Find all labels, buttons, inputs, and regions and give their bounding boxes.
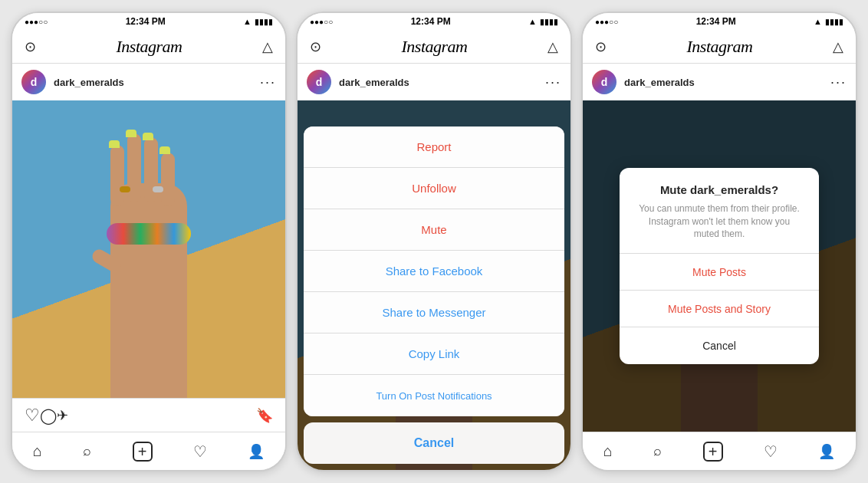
more-options-2[interactable]: ··· xyxy=(545,74,561,90)
heart-tab[interactable]: ♡ xyxy=(193,442,207,461)
nav-bar-1: ⊙ Instagram △ xyxy=(12,30,285,64)
dialog-title: Mute dark_emeralds? xyxy=(620,168,819,202)
post-header-1: d dark_emeralds ··· xyxy=(12,64,285,100)
status-icons: ▲ ▮▮▮▮ xyxy=(243,17,273,26)
sheet-notifications[interactable]: Turn On Post Notifications xyxy=(304,375,564,416)
post-area-3: Mute dark_emeralds? You can unmute them … xyxy=(583,100,856,432)
add-tab-3[interactable]: + xyxy=(703,442,723,462)
dialog-mute-posts[interactable]: Mute Posts xyxy=(620,254,819,291)
status-icons-3: ▲ ▮▮▮▮ xyxy=(814,17,843,26)
avatar-3[interactable]: d xyxy=(592,70,616,94)
mute-dialog-overlay: Mute dark_emeralds? You can unmute them … xyxy=(583,100,856,432)
sheet-report[interactable]: Report xyxy=(304,127,564,168)
search-tab-3[interactable]: ⌕ xyxy=(653,443,662,459)
status-signal-2: ●●●○○ xyxy=(310,18,333,26)
status-bar-3: ●●●○○ 12:34 PM ▲ ▮▮▮▮ xyxy=(583,13,856,30)
post-area-2: Report Unfollow Mute Share to Facebook S… xyxy=(298,100,570,470)
bookmark-icon[interactable]: 🔖 xyxy=(256,407,273,424)
home-tab[interactable]: ⌂ xyxy=(33,442,42,460)
search-tab[interactable]: ⌕ xyxy=(83,443,91,459)
share-icon[interactable]: ✈ xyxy=(57,407,68,424)
tab-bar-3: ⌂ ⌕ + ♡ 👤 xyxy=(583,432,856,470)
post-header-2: d dark_emeralds ··· xyxy=(298,64,570,100)
status-time: 12:34 PM xyxy=(126,16,166,27)
like-icon[interactable]: ♡ xyxy=(25,406,40,426)
more-options-3[interactable]: ··· xyxy=(830,74,847,90)
username-3: dark_emeralds xyxy=(624,77,823,88)
sheet-share-messenger[interactable]: Share to Messenger xyxy=(304,292,564,334)
phone-1: ●●●○○ 12:34 PM ▲ ▮▮▮▮ ⊙ Instagram △ d da… xyxy=(11,12,287,472)
camera-icon[interactable]: ⊙ xyxy=(25,38,36,55)
action-sheet: Report Unfollow Mute Share to Facebook S… xyxy=(304,127,564,464)
battery-icon-2: ▮▮▮▮ xyxy=(540,18,558,26)
dialog-description: You can unmute them from their profile. … xyxy=(620,202,819,253)
phone-2: ●●●○○ 12:34 PM ▲ ▮▮▮▮ ⊙ Instagram △ d da… xyxy=(296,12,572,472)
sheet-share-facebook[interactable]: Share to Facebook xyxy=(304,251,564,292)
username-2: dark_emeralds xyxy=(339,77,538,88)
status-signal: ●●●○○ xyxy=(25,18,48,26)
status-time-2: 12:34 PM xyxy=(411,16,451,27)
sheet-unfollow[interactable]: Unfollow xyxy=(304,168,564,209)
status-icons-2: ▲ ▮▮▮▮ xyxy=(528,17,558,26)
camera-icon-2[interactable]: ⊙ xyxy=(310,38,321,55)
add-tab[interactable]: + xyxy=(133,442,153,462)
wifi-icon-3: ▲ xyxy=(814,17,822,26)
phone-3: ●●●○○ 12:34 PM ▲ ▮▮▮▮ ⊙ Instagram △ d da… xyxy=(581,12,857,472)
send-icon-3[interactable]: △ xyxy=(833,38,843,55)
dialog-mute-posts-story[interactable]: Mute Posts and Story xyxy=(620,291,819,327)
battery-icon-3: ▮▮▮▮ xyxy=(825,18,843,26)
avatar-2[interactable]: d xyxy=(307,70,331,94)
instagram-logo-2: Instagram xyxy=(402,37,468,57)
mute-dialog: Mute dark_emeralds? You can unmute them … xyxy=(620,168,819,364)
status-time-3: 12:34 PM xyxy=(696,16,736,27)
sheet-copy-link[interactable]: Copy Link xyxy=(304,334,564,375)
wifi-icon-2: ▲ xyxy=(528,17,537,26)
comment-icon[interactable]: ◯ xyxy=(40,406,57,425)
status-bar-1: ●●●○○ 12:34 PM ▲ ▮▮▮▮ xyxy=(12,13,285,30)
battery-icon: ▮▮▮▮ xyxy=(255,18,273,26)
profile-tab[interactable]: 👤 xyxy=(248,443,265,460)
send-icon[interactable]: △ xyxy=(262,38,273,55)
nav-bar-2: ⊙ Instagram △ xyxy=(298,30,570,64)
status-signal-3: ●●●○○ xyxy=(595,18,618,26)
instagram-logo: Instagram xyxy=(117,37,182,57)
action-bar-1: ♡ ◯ ✈ 🔖 xyxy=(12,398,285,432)
sheet-cancel[interactable]: Cancel xyxy=(304,422,564,464)
instagram-logo-3: Instagram xyxy=(687,37,753,57)
avatar-1[interactable]: d xyxy=(21,70,46,94)
tab-bar-1: ⌂ ⌕ + ♡ 👤 xyxy=(12,432,285,470)
post-header-3: d dark_emeralds ··· xyxy=(583,64,856,100)
post-image-1 xyxy=(12,100,285,398)
profile-tab-3[interactable]: 👤 xyxy=(818,443,835,460)
status-bar-2: ●●●○○ 12:34 PM ▲ ▮▮▮▮ xyxy=(298,13,570,30)
wifi-icon: ▲ xyxy=(243,17,252,26)
sheet-items-container: Report Unfollow Mute Share to Facebook S… xyxy=(304,127,564,416)
username-1: dark_emeralds xyxy=(54,77,252,88)
dialog-cancel[interactable]: Cancel xyxy=(620,327,819,364)
nav-bar-3: ⊙ Instagram △ xyxy=(583,30,856,64)
send-icon-2[interactable]: △ xyxy=(547,38,558,55)
action-sheet-overlay: Report Unfollow Mute Share to Facebook S… xyxy=(298,100,570,470)
heart-tab-3[interactable]: ♡ xyxy=(764,442,778,461)
camera-icon-3[interactable]: ⊙ xyxy=(595,38,607,55)
sheet-mute[interactable]: Mute xyxy=(304,209,564,251)
more-options-1[interactable]: ··· xyxy=(260,74,276,90)
home-tab-3[interactable]: ⌂ xyxy=(603,442,613,460)
